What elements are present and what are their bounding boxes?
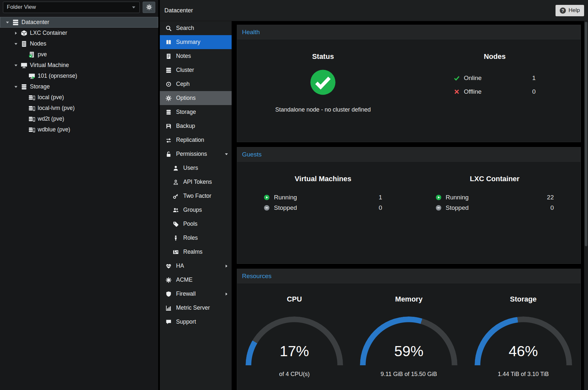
tree-item-storage[interactable]: Storage (0, 81, 158, 92)
chevron-right-icon[interactable] (12, 31, 19, 35)
chevron-down-icon (132, 5, 136, 9)
scrollbar-thumb[interactable] (585, 22, 587, 246)
tree-item-storage-local-lvm[interactable]: local-lvm (pve) (0, 103, 158, 114)
lxc-column-title: LXC Container (409, 175, 581, 183)
guests-panel-header: Guests (237, 147, 581, 162)
chevron-down-icon[interactable] (12, 42, 19, 46)
tree-header: Folder View (0, 0, 158, 14)
tree-item-nodes[interactable]: Nodes (0, 38, 158, 49)
guests-vm-column: Virtual Machines Running 1 Stopped (237, 162, 409, 263)
topbar: Datacenter ? Help (160, 0, 588, 21)
menu-item-ceph[interactable]: Ceph (160, 77, 232, 91)
book-icon (165, 39, 172, 45)
check-circle-icon (309, 69, 337, 96)
menu-item-metric-server[interactable]: Metric Server (160, 301, 232, 315)
question-icon: ? (560, 7, 566, 14)
health-status-column: Status Standalone node - no cluster defi… (237, 39, 409, 142)
tree-item-datacenter[interactable]: Datacenter (0, 17, 158, 28)
menu-item-two-factor[interactable]: Two Factor (160, 189, 232, 203)
note-icon (165, 53, 172, 59)
page-title: Datacenter (164, 7, 193, 14)
chevron-right-icon (224, 264, 228, 268)
check-icon (454, 75, 461, 81)
tree-item-storage-wdblue[interactable]: wdblue (pve) (0, 124, 158, 135)
help-button[interactable]: ? Help (556, 5, 584, 16)
menu-item-label: Permissions (176, 151, 207, 157)
menu-item-notes[interactable]: Notes (160, 49, 232, 63)
tree-item-virtual-machine[interactable]: Virtual Machine (0, 60, 158, 71)
menu-item-roles[interactable]: Roles (160, 231, 232, 245)
gauge-percent: 46% (475, 343, 572, 360)
menu-item-label: Realms (183, 249, 202, 255)
memory-gauge-column: Memory 59% 9.11 GiB of 15.50 GiB (352, 295, 466, 390)
health-panel-header: Health (237, 25, 581, 39)
menu-item-api-tokens[interactable]: API Tokens (160, 175, 232, 189)
tree-item-label: local (pve) (38, 94, 64, 101)
menu-item-label: Groups (183, 207, 202, 213)
menu-item-ha[interactable]: HA (160, 259, 232, 273)
cpu-gauge-column: CPU 17% of 4 CPU(s) (237, 295, 352, 390)
chevron-down-icon[interactable] (4, 20, 11, 24)
floppy-icon (165, 123, 172, 129)
resources-panel: Resources CPU 17% of 4 CPU(s) Memo (237, 269, 581, 390)
stop-circle-icon (436, 205, 443, 211)
memory-gauge: 59% (360, 316, 457, 366)
server-rack-icon (12, 19, 19, 26)
tree-item-lxc-container[interactable]: LXC Container (0, 28, 158, 38)
vm-rows: Running 1 Stopped 0 (264, 192, 382, 213)
menu-item-label: Pools (183, 221, 198, 227)
play-circle-icon (264, 195, 271, 200)
menu-item-label: Storage (176, 109, 196, 115)
menu-item-acme[interactable]: ACME (160, 273, 232, 287)
menu-item-summary[interactable]: Summary (160, 35, 232, 49)
database-icon (165, 109, 172, 115)
menu-item-backup[interactable]: Backup (160, 119, 232, 133)
tree-item-pve[interactable]: pve (0, 49, 158, 60)
row-label: Stopped (446, 204, 469, 211)
menu-item-realms[interactable]: Realms (160, 245, 232, 259)
view-mode-select[interactable]: Folder View (3, 2, 140, 13)
tree-item-label: Storage (30, 83, 50, 90)
gauge-caption: 1.44 TiB of 3.10 TiB (466, 371, 581, 378)
menu-item-cluster[interactable]: Cluster (160, 63, 232, 77)
menu-item-label: Cluster (176, 67, 194, 74)
unlock-icon (165, 151, 172, 157)
menu-item-search[interactable]: Search (160, 21, 232, 35)
menu-item-pools[interactable]: Pools (160, 217, 232, 231)
view-mode-value: Folder View (7, 4, 36, 10)
tree-item-storage-wd2t[interactable]: wd2t (pve) (0, 114, 158, 124)
building-icon (20, 41, 28, 47)
row-value: 0 (550, 204, 554, 211)
chevron-down-icon[interactable] (12, 63, 19, 67)
tree-item-label: 101 (opnsense) (38, 73, 77, 79)
menu-item-users[interactable]: Users (160, 161, 232, 175)
menu-item-storage[interactable]: Storage (160, 105, 232, 119)
menu-item-label: HA (176, 262, 184, 269)
vertical-scrollbar[interactable] (584, 21, 588, 390)
tree-settings-button[interactable] (143, 2, 155, 13)
gauge-title: Storage (466, 295, 581, 303)
gauge-title: CPU (237, 295, 352, 303)
menu-item-groups[interactable]: Groups (160, 203, 232, 217)
cube-icon (20, 30, 28, 36)
menu-item-permissions[interactable]: Permissions (160, 147, 232, 161)
cpu-gauge: 17% (246, 316, 343, 366)
panel-title: Guests (242, 151, 262, 158)
gauge-percent: 17% (246, 343, 343, 360)
menu-item-firewall[interactable]: Firewall (160, 287, 232, 301)
row-value: 0 (532, 88, 536, 95)
resource-tree: Datacenter LXC Container Nodes pve Virtu… (0, 14, 158, 135)
tree-item-vm-101[interactable]: 101 (opnsense) (0, 71, 158, 81)
menu-item-replication[interactable]: Replication (160, 133, 232, 147)
row-value: 1 (379, 194, 382, 201)
summary-content: Health Status Standalone node - no clust… (232, 21, 588, 390)
user-outline-icon (173, 179, 179, 185)
tree-item-label: pve (38, 51, 47, 58)
cross-icon (454, 89, 461, 95)
storage-drive-icon (28, 127, 36, 133)
chevron-down-icon[interactable] (12, 85, 19, 89)
menu-item-options[interactable]: Options (160, 91, 232, 105)
row-label: Stopped (274, 204, 297, 211)
tree-item-storage-local[interactable]: local (pve) (0, 92, 158, 103)
menu-item-support[interactable]: Support (160, 315, 232, 329)
